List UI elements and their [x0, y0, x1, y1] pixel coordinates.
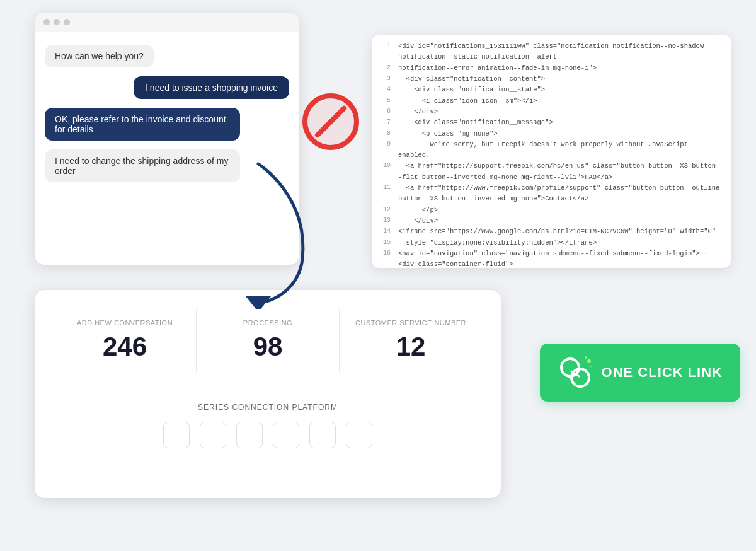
code-window: 1 <div id="notifications_1531111ww" clas…: [372, 35, 731, 268]
chat-titlebar: [35, 13, 299, 32]
chat-bubble-invoice: I need to issue a shopping invoice: [134, 76, 289, 99]
one-click-link-button[interactable]: ONE CLICK LINK: [540, 344, 740, 402]
ban-icon: [302, 93, 359, 150]
stats-row: ADD NEW CONVERSATION 246 PROCESSING 98 C…: [54, 309, 482, 372]
stat-card-customer-service: CUSTOMER SERVICE NUMBER 12: [339, 309, 482, 372]
stat-label-customer-service: CUSTOMER SERVICE NUMBER: [346, 319, 476, 327]
code-line: 14 <iframe src="https://www.google.com/n…: [381, 226, 722, 237]
platform-label: SERIES CONNECTION PLATFORM: [54, 403, 482, 412]
dashboard-window: ADD NEW CONVERSATION 246 PROCESSING 98 C…: [35, 290, 501, 498]
curved-arrow: [208, 158, 334, 309]
code-line: 12 </p>: [381, 205, 722, 216]
code-line: 11 <a href="https://www.freepik.com/prof…: [381, 183, 722, 205]
platform-icon-5: [309, 422, 336, 448]
code-line: 13 </div>: [381, 216, 722, 226]
stats-divider: [35, 390, 501, 390]
platform-icon-3: [236, 422, 263, 448]
code-line: 6 </div>: [381, 107, 722, 117]
platform-icon-2: [200, 422, 226, 448]
chat-bubble-refer: OK, please refer to the invoice and disc…: [45, 108, 240, 141]
platform-icon-4: [273, 422, 299, 448]
code-line: 9 We're sorry, but Freepik doesn't work …: [381, 139, 722, 161]
svg-point-5: [589, 366, 591, 368]
platform-icons: [54, 422, 482, 448]
platform-icon-6: [346, 422, 372, 448]
stat-number-customer-service: 12: [346, 332, 476, 362]
code-line: 7 <div class="notification__message">: [381, 117, 722, 128]
code-line: 3 <div class="notification__content">: [381, 74, 722, 84]
titlebar-dot-2: [54, 19, 60, 25]
link-icon: [558, 355, 593, 390]
svg-point-3: [587, 359, 591, 363]
titlebar-dot-3: [64, 19, 70, 25]
svg-point-2: [571, 369, 589, 386]
stat-label-conversations: ADD NEW CONVERSATION: [60, 319, 190, 327]
stat-label-processing: PROCESSING: [203, 319, 333, 327]
stat-number-conversations: 246: [60, 332, 190, 362]
stat-card-conversations: ADD NEW CONVERSATION 246: [54, 309, 196, 372]
code-line: 2 notification--error animation--fade-in…: [381, 63, 722, 74]
one-click-label: ONE CLICK LINK: [602, 364, 723, 381]
code-line: 15 style="display:none;visibility:hidden…: [381, 238, 722, 248]
code-line: 8 <p class="mg-none">: [381, 129, 722, 139]
stat-number-processing: 98: [203, 332, 333, 362]
svg-point-4: [585, 356, 587, 359]
titlebar-dot-1: [43, 19, 50, 25]
code-line: 16 <nav id="navigation" class="navigatio…: [381, 248, 722, 268]
stat-card-processing: PROCESSING 98: [196, 309, 339, 372]
code-line: 1 <div id="notifications_1531111ww" clas…: [381, 41, 722, 63]
platform-icon-1: [163, 422, 190, 448]
code-line: 5 <i class="icon icon--sm"></i>: [381, 96, 722, 107]
code-body: 1 <div id="notifications_1531111ww" clas…: [372, 35, 731, 268]
code-line: 4 <div class="notification__state">: [381, 84, 722, 95]
chat-bubble-help: How can we help you?: [45, 45, 154, 67]
code-line: 10 <a href="https://support.freepik.com/…: [381, 161, 722, 183]
